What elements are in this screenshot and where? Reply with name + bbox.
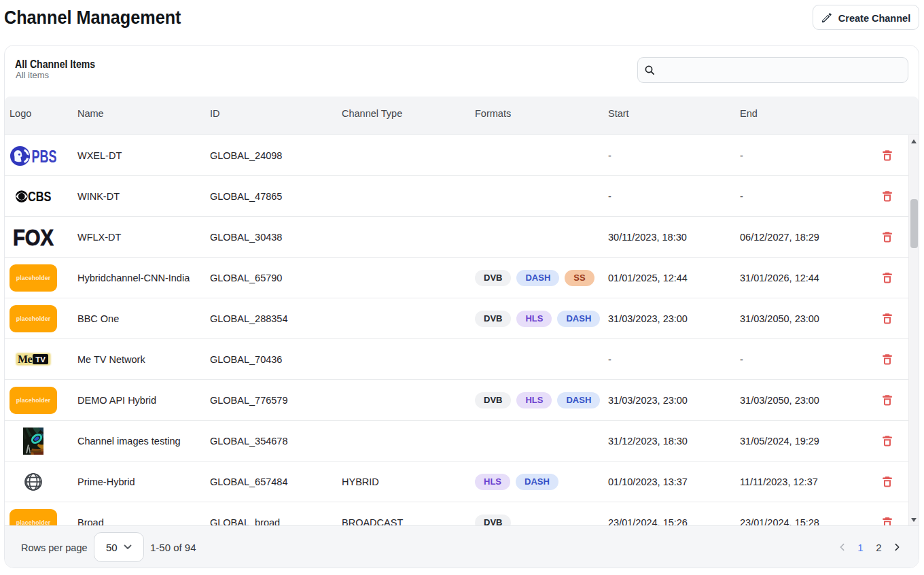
svg-text:PBS: PBS — [32, 146, 57, 165]
svg-text:FOX: FOX — [13, 228, 54, 246]
svg-text:CBS: CBS — [28, 190, 52, 203]
